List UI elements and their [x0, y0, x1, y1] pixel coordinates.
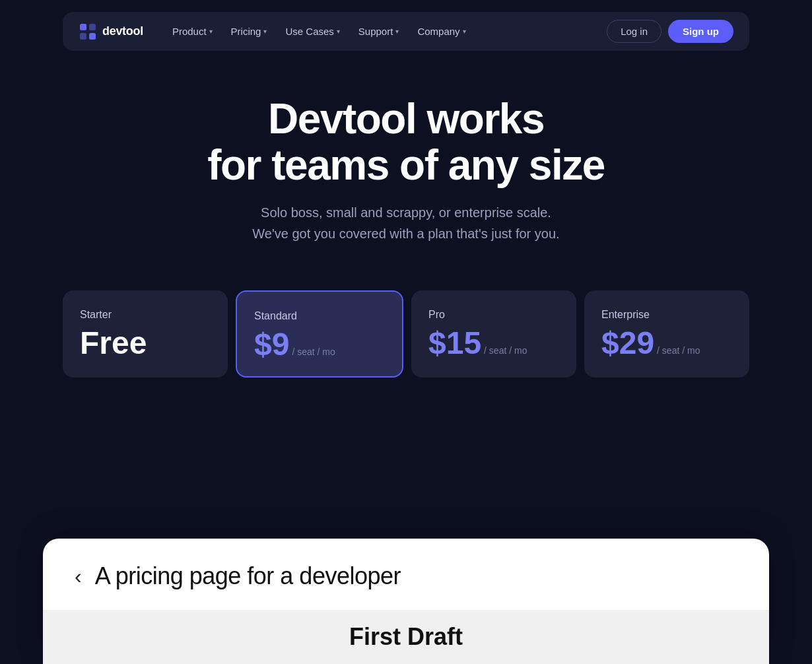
section-title: First Draft: [43, 610, 769, 664]
plan-name: Starter: [80, 309, 211, 321]
chevron-down-icon: ▾: [463, 28, 466, 35]
plan-price: $29 / seat / mo: [601, 327, 732, 359]
navbar: devtool Product ▾ Pricing ▾ Use Cases ▾ …: [63, 12, 749, 51]
nav-company[interactable]: Company ▾: [409, 22, 473, 41]
nav-actions: Log in Sign up: [607, 20, 733, 43]
nav-product[interactable]: Product ▾: [164, 22, 220, 41]
price-amount: Free: [80, 327, 147, 359]
plan-starter[interactable]: Starter Free: [63, 290, 228, 378]
chevron-down-icon: ▾: [395, 28, 399, 35]
login-button[interactable]: Log in: [607, 20, 661, 43]
svg-rect-2: [80, 33, 86, 40]
price-amount: $29: [601, 327, 654, 359]
back-button[interactable]: ‹: [75, 566, 82, 587]
price-suffix: / seat / mo: [292, 347, 335, 357]
panel-header: ‹ A pricing page for a developer: [75, 562, 737, 590]
logo-icon: [79, 22, 97, 41]
plan-name: Pro: [428, 309, 559, 321]
nav-pricing[interactable]: Pricing ▾: [223, 22, 275, 41]
plan-name: Standard: [254, 310, 385, 322]
plan-enterprise[interactable]: Enterprise $29 / seat / mo: [584, 290, 749, 378]
bottom-panel: ‹ A pricing page for a developer First D…: [43, 539, 769, 664]
signup-button[interactable]: Sign up: [668, 20, 733, 43]
plan-pro[interactable]: Pro $15 / seat / mo: [411, 290, 576, 378]
plan-name: Enterprise: [601, 309, 732, 321]
nav-use-cases[interactable]: Use Cases ▾: [277, 22, 347, 41]
svg-rect-0: [80, 24, 86, 30]
panel-title: A pricing page for a developer: [95, 562, 401, 590]
logo-text: devtool: [102, 24, 143, 38]
price-suffix: / seat / mo: [484, 345, 527, 356]
price-amount: $15: [428, 327, 481, 359]
pricing-row: Starter Free Standard $9 / seat / mo Pro…: [0, 290, 812, 378]
chevron-down-icon: ▾: [337, 28, 340, 35]
hero-section: Devtool works for teams of any size Solo…: [0, 63, 812, 271]
hero-title: Devtool works for teams of any size: [13, 96, 799, 189]
price-amount: $9: [254, 329, 289, 360]
plan-price: Free: [80, 327, 211, 359]
chevron-down-icon: ▾: [263, 28, 267, 35]
price-suffix: / seat / mo: [657, 345, 700, 356]
logo[interactable]: devtool: [79, 22, 143, 41]
plan-price: $9 / seat / mo: [254, 329, 385, 360]
plan-price: $15 / seat / mo: [428, 327, 559, 359]
hero-subtitle: Solo boss, small and scrappy, or enterpr…: [13, 202, 799, 244]
chevron-down-icon: ▾: [209, 28, 213, 35]
nav-links: Product ▾ Pricing ▾ Use Cases ▾ Support …: [164, 22, 607, 41]
svg-rect-1: [89, 24, 96, 30]
nav-support[interactable]: Support ▾: [351, 22, 407, 41]
plan-standard[interactable]: Standard $9 / seat / mo: [236, 290, 403, 378]
svg-rect-3: [89, 33, 96, 40]
